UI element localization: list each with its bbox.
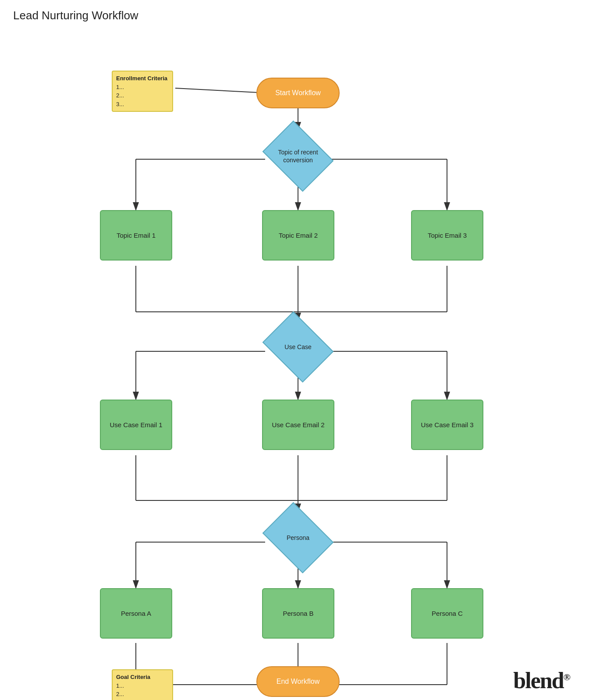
usecase-email-3[interactable]: Use Case Email 3 bbox=[411, 400, 483, 450]
svg-line-1 bbox=[175, 88, 259, 93]
start-workflow[interactable]: Start Workflow bbox=[256, 78, 340, 108]
persona-a[interactable]: Persona A bbox=[100, 588, 172, 639]
blend-logo: blend® bbox=[513, 668, 570, 693]
goal-note: Goal Criteria 1... 2... 3... bbox=[112, 669, 173, 700]
usecase-decision[interactable]: Use Case bbox=[263, 321, 333, 373]
topic-decision[interactable]: Topic of recent conversion bbox=[263, 130, 333, 182]
end-workflow[interactable]: End Workflow bbox=[256, 666, 340, 697]
page-title: Lead Nurturing Workflow bbox=[0, 0, 596, 31]
enrollment-note: Enrollment Criteria 1... 2... 3... bbox=[112, 71, 173, 112]
persona-decision[interactable]: Persona bbox=[263, 511, 333, 564]
persona-c[interactable]: Persona C bbox=[411, 588, 483, 639]
topic-email-2[interactable]: Topic Email 2 bbox=[262, 210, 334, 261]
topic-email-1[interactable]: Topic Email 1 bbox=[100, 210, 172, 261]
persona-b[interactable]: Persona B bbox=[262, 588, 334, 639]
topic-email-3[interactable]: Topic Email 3 bbox=[411, 210, 483, 261]
usecase-email-2[interactable]: Use Case Email 2 bbox=[262, 400, 334, 450]
usecase-email-1[interactable]: Use Case Email 1 bbox=[100, 400, 172, 450]
